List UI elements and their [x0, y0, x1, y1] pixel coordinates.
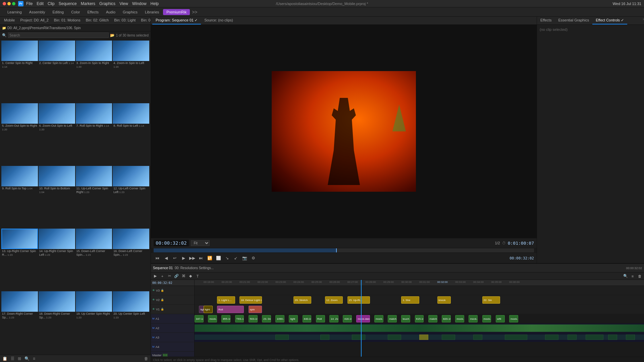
audio-clip-7[interactable] — [473, 335, 482, 340]
rp-tab-effects[interactable]: Effects — [537, 17, 555, 24]
media-item-7[interactable]: 7. Roll Spin to Right 1:14 — [76, 103, 112, 165]
export-frame-button[interactable]: 📷 — [241, 254, 248, 262]
scrub-bar[interactable] — [154, 248, 534, 252]
media-clip-3[interactable]: 855-1090 — [221, 315, 230, 322]
media-clip-16[interactable]: 615-1080 — [415, 315, 424, 322]
media-clip-20[interactable]: mock-women — [469, 315, 478, 322]
a3-toggle[interactable]: M — [152, 336, 155, 339]
media-clip-15[interactable]: touch — [401, 315, 410, 322]
folder-browse-icon[interactable]: 📂 — [110, 33, 115, 38]
play-pause-button[interactable]: ▶ — [180, 254, 187, 262]
menu-file[interactable]: File — [26, 1, 33, 6]
media-item-10[interactable]: 10. Roll Spin to Bottom 1:04 — [39, 166, 75, 228]
ws-tab-editing[interactable]: Editing — [49, 9, 67, 15]
v1-lock[interactable]: 🔒 — [161, 308, 164, 311]
maximize-button[interactable] — [12, 2, 15, 5]
media-clip-8[interactable]: light — [289, 315, 298, 322]
step-back-button[interactable]: ◀ — [162, 254, 170, 262]
media-clip-12[interactable]: 416-1080.mp4 — [343, 315, 352, 322]
tab-source[interactable]: Source: (no clips) — [201, 17, 236, 24]
v2-clip-8[interactable]: 22. Sin — [482, 296, 500, 304]
ws-tab-color[interactable]: Color — [68, 9, 83, 15]
media-item-3[interactable]: 3. Zoom-In Spin to Right 1:20 — [76, 41, 112, 103]
media-clip-19[interactable]: mock-lord — [455, 315, 464, 322]
step-forward-button[interactable]: ▶▶ — [189, 254, 196, 262]
media-item-6[interactable]: 6. Zoom-Out Spin to Left 1:20 — [39, 103, 75, 165]
media-item-11[interactable]: 11. Up-Left Corner Spin Right 1:23 — [76, 166, 112, 228]
media-search-input[interactable] — [8, 33, 109, 38]
media-clip-9[interactable]: 440-1080 — [303, 315, 312, 322]
insert-button[interactable]: ↘ — [223, 254, 231, 262]
a1-toggle[interactable]: M — [152, 317, 155, 320]
ws-tab-assembly[interactable]: Assembly — [26, 9, 49, 15]
media-clip-pink[interactable]: mock-datary.png — [356, 315, 370, 322]
audio-clip-8[interactable] — [505, 335, 527, 340]
media-clip-7[interactable]: 1090-1080 — [275, 315, 284, 322]
media-item-1[interactable]: 1. Center Spin to Right 1:14 — [1, 41, 38, 103]
v3-lock[interactable]: 🔒 — [161, 289, 164, 292]
v2-toggle-eye[interactable]: 👁 — [152, 298, 155, 301]
media-clip-6[interactable]: 23. Deform — [262, 315, 271, 322]
ws-tab-audio[interactable]: Audio — [103, 9, 119, 15]
media-clip-1[interactable]: 347-1380.m — [195, 315, 204, 322]
audio-clip-6[interactable] — [442, 335, 455, 340]
overwrite-button[interactable]: ↙ — [232, 254, 239, 262]
v1-clip-pink-2[interactable]: spin — [249, 306, 262, 313]
v3-toggle-eye[interactable]: 👁 — [152, 289, 155, 292]
lp-tab-mobile[interactable]: Mobile — [1, 17, 17, 24]
media-item-4[interactable]: 4. Zoom-In Spin to Left 1:20 — [113, 41, 149, 103]
menu-clip[interactable]: Clip — [48, 1, 55, 6]
settings-button[interactable]: ≡ — [32, 356, 36, 361]
search-button[interactable]: 🔍 — [23, 356, 31, 361]
lp-tab-project[interactable]: Project: D0: All_2 — [17, 17, 51, 24]
list-view-button[interactable]: ☰ — [10, 356, 15, 361]
audio-clip-2[interactable] — [320, 335, 329, 340]
media-clip-17[interactable]: match-lord — [428, 315, 437, 322]
loop-button[interactable]: 🔁 — [206, 254, 213, 262]
v2-clip-3[interactable]: 29. Stretch — [293, 296, 312, 304]
media-item-17[interactable]: 17. Down-Right Corner Sp... 1:23 — [1, 291, 38, 353]
media-clip-22[interactable]: wf8 — [496, 315, 505, 322]
play-around-button[interactable]: ↩ — [171, 254, 178, 262]
media-clip-18[interactable]: 820-1080 — [442, 315, 451, 322]
v2-clip-6[interactable]: 1. She — [401, 296, 419, 304]
audio-clip-12[interactable] — [608, 335, 617, 340]
audio-clip-9[interactable] — [545, 335, 558, 340]
minimize-button[interactable] — [7, 2, 11, 5]
tl-delete-button[interactable]: 🗑 — [637, 273, 643, 279]
v2-clip-2[interactable]: 18. Detour Light Look — [239, 296, 262, 304]
tab-program[interactable]: Program: Sequence 01 ✓ — [152, 17, 201, 24]
a2-toggle[interactable]: M — [152, 326, 155, 329]
rp-tab-effect-controls[interactable]: Effect Controls ✓ — [592, 17, 627, 24]
audio-clip-5[interactable] — [419, 335, 428, 340]
media-clip-4[interactable]: T6S-1090 — [235, 315, 244, 322]
menu-sequence[interactable]: Sequence — [59, 1, 77, 6]
v1-clip-y-1[interactable]: light — [204, 306, 213, 313]
go-to-in-button[interactable]: ⏮ — [154, 254, 161, 262]
settings-button[interactable]: ⚙ — [250, 254, 257, 262]
lp-tab-bin04[interactable]: Bin: 04: Light — [138, 17, 151, 24]
ws-tab-libraries[interactable]: Libraries — [142, 9, 162, 15]
grid-view-button[interactable]: ⊞ — [17, 356, 22, 361]
media-item-19[interactable]: 19. Up Center Spin Right 1:23 — [76, 291, 112, 353]
rp-expand-button[interactable]: › — [643, 17, 644, 24]
v2-clip-1[interactable]: 1. Light L... — [217, 296, 235, 304]
menu-view[interactable]: View — [119, 1, 128, 6]
media-item-12[interactable]: 12. Up-Left Corner Spin Left 1:23 — [113, 166, 149, 228]
ws-tab-learning[interactable]: Learning — [4, 9, 25, 15]
media-clip-2[interactable]: mock-1090 — [208, 315, 217, 322]
ws-tab-effects[interactable]: Effects — [84, 9, 102, 15]
a4-toggle[interactable]: M — [152, 345, 155, 348]
media-clip-11[interactable]: 14. Zoom — [329, 315, 338, 322]
audio-clip-4[interactable] — [388, 335, 401, 340]
tl-zoom-button[interactable]: 🔍 — [623, 273, 629, 279]
menu-help[interactable]: Help — [151, 1, 159, 6]
audio-clip-11[interactable] — [586, 335, 604, 340]
safe-margins-button[interactable]: ⬜ — [215, 254, 222, 262]
tl-marker-button[interactable]: ◆ — [187, 273, 194, 279]
media-clip-10[interactable]: Roll — [316, 315, 325, 322]
lp-tab-bin03[interactable]: Bin: 03: Light — [111, 17, 138, 24]
media-clip-21[interactable]: mock-lord — [482, 315, 491, 322]
media-item-15[interactable]: 15. Down-Left Corner Spin... 1:23 — [76, 229, 112, 291]
menu-edit[interactable]: Edit — [37, 1, 44, 6]
